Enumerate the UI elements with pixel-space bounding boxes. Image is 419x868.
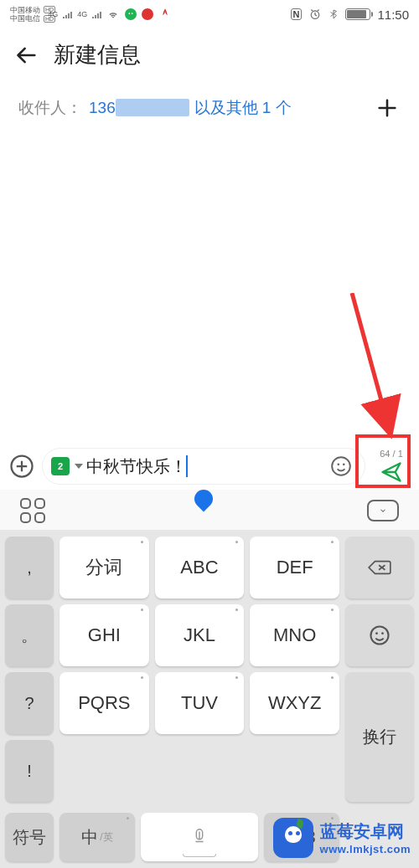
alarm-icon: [308, 8, 322, 21]
key-mno[interactable]: MNO: [250, 604, 339, 666]
annotation-arrow: [344, 293, 411, 452]
sim-dropdown-icon[interactable]: [75, 464, 83, 469]
carrier-1: 中国移动: [10, 6, 40, 14]
key-backspace[interactable]: [345, 537, 414, 598]
recipient-label: 收件人：: [18, 97, 82, 119]
net-2: 4G: [77, 10, 87, 18]
bluetooth-icon: [328, 8, 339, 21]
svg-line-3: [352, 293, 390, 431]
recipient-value: 13600000000 以及其他 1 个: [89, 97, 292, 119]
key-wxyz[interactable]: WXYZ: [250, 672, 339, 734]
key-tuv[interactable]: TUV: [155, 672, 245, 734]
key-jkl[interactable]: JKL: [155, 604, 245, 666]
back-button[interactable]: [15, 44, 39, 67]
svg-point-1: [132, 13, 133, 14]
page-title: 新建信息: [54, 40, 141, 69]
key-symbols-btn[interactable]: 符号: [5, 813, 54, 861]
key-pqrs[interactable]: PQRS: [59, 672, 149, 734]
nfc-icon: N: [291, 8, 303, 20]
clock: 11:50: [377, 8, 409, 22]
key-def[interactable]: DEF: [250, 537, 339, 598]
carrier-2: 中国电信: [10, 14, 40, 23]
svg-point-0: [129, 13, 131, 14]
svg-point-10: [381, 632, 384, 634]
signal-1-icon: [63, 11, 72, 18]
notification-icon: [142, 8, 153, 20]
wifi-icon: [106, 8, 120, 20]
svg-point-9: [375, 632, 378, 634]
annotation-highlight: [355, 434, 411, 488]
huawei-icon: [158, 8, 172, 21]
text-cursor: [186, 455, 188, 477]
svg-point-6: [337, 464, 339, 466]
emoji-button[interactable]: [326, 451, 356, 481]
signal-2-icon: [92, 11, 101, 18]
keyboard-collapse-button[interactable]: [367, 500, 399, 521]
key-abc[interactable]: ABC: [155, 537, 245, 598]
keyboard-apps-button[interactable]: [20, 498, 45, 523]
watermark-url: www.lmkjst.com: [320, 843, 411, 855]
keyboard: , 分词 ABC DEF 。 GHI JKL MNO ? PQRS TUV WX…: [0, 530, 419, 813]
watermark-logo-icon: [273, 818, 313, 858]
sim-selector[interactable]: 2: [51, 457, 70, 475]
key-segment[interactable]: 分词: [59, 537, 149, 598]
message-text: 中秋节快乐！: [86, 455, 187, 478]
key-ghi[interactable]: GHI: [59, 604, 149, 666]
net-1: 4G: [48, 10, 58, 18]
svg-point-8: [370, 627, 388, 645]
key-enter[interactable]: 换行: [345, 672, 414, 802]
attach-button[interactable]: [7, 451, 37, 481]
app-header: 新建信息: [0, 28, 419, 86]
svg-point-5: [332, 457, 350, 475]
wechat-icon: [125, 8, 137, 20]
watermark: 蓝莓安卓网 www.lmkjst.com: [273, 818, 411, 858]
key-language[interactable]: 中/英: [59, 813, 135, 861]
key-question[interactable]: ?: [5, 672, 54, 734]
status-bar: 中国移动HD 中国电信HD 4G 4G N 11:50: [0, 0, 419, 28]
recipient-row[interactable]: 收件人： 13600000000 以及其他 1 个: [0, 86, 419, 135]
battery-icon: [345, 8, 370, 20]
key-exclaim[interactable]: !: [5, 740, 54, 802]
svg-point-7: [343, 464, 345, 466]
watermark-title: 蓝莓安卓网: [320, 820, 411, 843]
key-comma[interactable]: ,: [5, 537, 54, 598]
message-input[interactable]: 2 中秋节快乐！: [42, 448, 365, 485]
add-recipient-button[interactable]: [374, 95, 401, 121]
key-emoji[interactable]: [345, 604, 414, 666]
key-period[interactable]: 。: [5, 604, 54, 666]
key-space[interactable]: [141, 813, 258, 861]
